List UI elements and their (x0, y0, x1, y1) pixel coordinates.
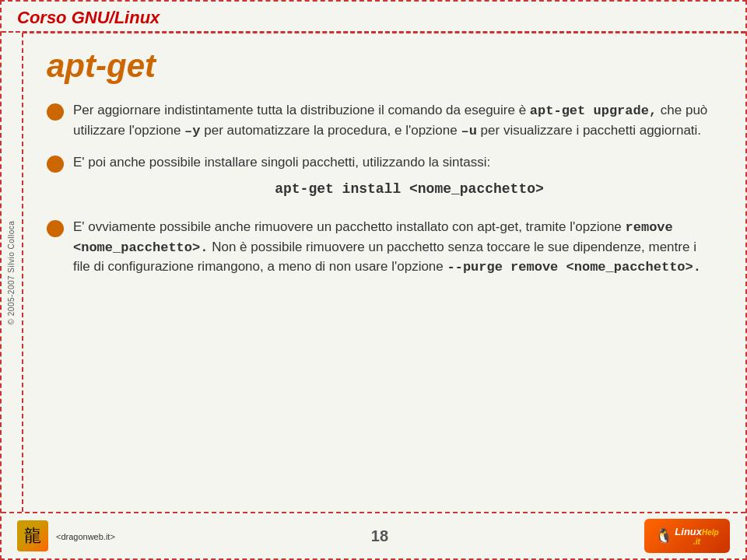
linuxhelp-logo: 🐧 LinuxHelp .it (644, 519, 730, 553)
code-option-y: –y (184, 124, 200, 138)
linuxhelp-text: LinuxHelp (675, 526, 718, 537)
slide-header: Corso GNU/Linux (2, 2, 745, 33)
dragonweb-text: <dragonweb.it> (56, 532, 115, 541)
linuxhelp-domain: .it (675, 537, 718, 546)
bullet-text-2: E' poi anche possibile installare singol… (73, 153, 714, 205)
bullet-dot-2 (47, 156, 64, 173)
footer: 龍 <dragonweb.it> 18 🐧 LinuxHelp .it (2, 512, 745, 558)
sidebar: © 2005-2007 Silvio Colloca (2, 33, 23, 512)
code-apt-get-upgrade: apt-get upgrade, (530, 103, 657, 118)
dragon-logo: 龍 (17, 520, 48, 551)
bullet-text-3: E' ovviamente possibile anche rimuovere … (73, 218, 714, 278)
sidebar-copyright: © 2005-2007 Silvio Colloca (8, 220, 16, 324)
bullet-dot-1 (47, 103, 64, 121)
tux-emoji: 🐧 (655, 527, 672, 544)
main-content: apt-get Per aggiornare indistintamente t… (23, 33, 745, 512)
bullet-item-3: E' ovviamente possibile anche rimuovere … (47, 218, 714, 278)
bullet-text-1: Per aggiornare indistintamente tutta la … (73, 101, 714, 141)
slide-container: Corso GNU/Linux © 2005-2007 Silvio Collo… (0, 0, 747, 560)
code-install-syntax: apt-get install <nome_pacchetto> (104, 179, 714, 199)
linuxhelp-help: Help (702, 528, 719, 537)
linuxhelp-inner: 🐧 LinuxHelp .it (655, 526, 718, 546)
slide-title: apt-get (47, 48, 714, 84)
page-number: 18 (371, 527, 388, 545)
dragonweb-label: <dragonweb.it> (56, 529, 115, 543)
footer-center: 18 (371, 527, 388, 545)
code-purge-option: --purge remove <nome_pacchetto>. (447, 260, 701, 275)
header-title: Corso GNU/Linux (17, 8, 160, 27)
bullet-list: Per aggiornare indistintamente tutta la … (47, 101, 714, 278)
bullet-item-1: Per aggiornare indistintamente tutta la … (47, 101, 714, 141)
dragon-icon: 龍 (24, 524, 41, 548)
bullet-item-2: E' poi anche possibile installare singol… (47, 153, 714, 205)
code-option-u: –u (461, 124, 476, 138)
footer-left: 龍 <dragonweb.it> (17, 520, 115, 551)
code-remove-option: remove <nome_pacchetto>. (73, 220, 689, 255)
bullet-dot-3 (47, 220, 64, 237)
